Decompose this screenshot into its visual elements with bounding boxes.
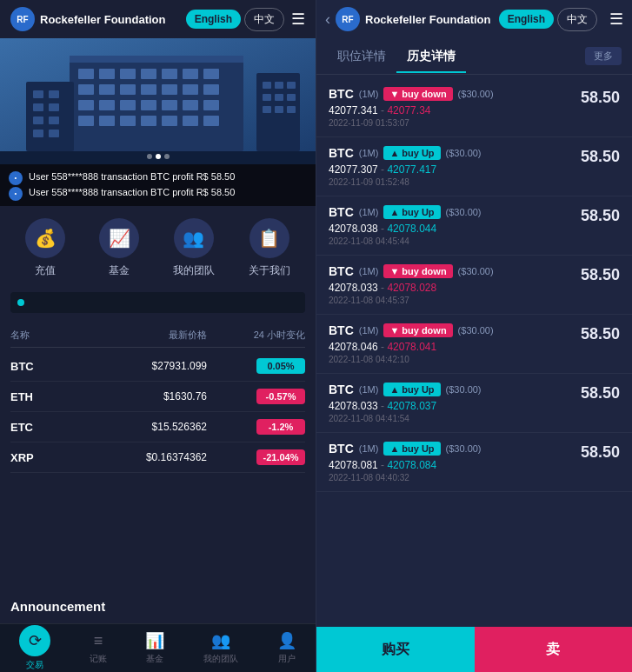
item4-timeframe: (1M): [359, 266, 379, 276]
left-chinese-btn[interactable]: 中文: [244, 8, 284, 31]
svg-rect-29: [183, 116, 198, 126]
table-row-btc[interactable]: BTC $27931.099 0.05%: [10, 351, 305, 382]
banner-section: [0, 287, 316, 318]
item7-datetime: 2022-11-08 04:40:32: [329, 473, 570, 482]
svg-rect-4: [99, 69, 115, 79]
history-item-7[interactable]: BTC (1M) ▲ buy Up ($30.00) 42078.081 - 4…: [316, 433, 632, 492]
history-item-3[interactable]: BTC (1M) ▲ buy Up ($30.00) 42078.038 - 4…: [316, 196, 632, 256]
nav-fund[interactable]: 📊 基金: [136, 628, 173, 669]
left-english-btn[interactable]: English: [186, 10, 241, 29]
right-chinese-btn[interactable]: 中文: [557, 8, 597, 31]
eth-name: ETH: [10, 390, 109, 403]
item1-timeframe: (1M): [359, 89, 379, 99]
item1-profit: 58.50: [581, 87, 620, 107]
history-item-3-top: BTC (1M) ▲ buy Up ($30.00): [329, 205, 570, 219]
history-item-4-left: BTC (1M) ▼ buy down ($30.00) 42078.033 -…: [329, 264, 570, 305]
item4-datetime: 2022-11-08 04:45:37: [329, 296, 570, 305]
svg-rect-36: [33, 116, 43, 124]
banner-bar: [10, 292, 305, 313]
svg-rect-37: [49, 116, 59, 124]
more-button[interactable]: 更多: [585, 47, 622, 65]
item6-price-end: 42078.037: [387, 400, 436, 412]
nav-trade[interactable]: ⟳ 交易: [10, 622, 59, 672]
price-table: 名称 最新价格 24 小时变化 BTC $27931.099 0.05% ETH…: [0, 318, 316, 590]
ticker-line-2: • User 558****888 transaction BTC profit…: [9, 185, 307, 201]
table-row-etc[interactable]: ETC $15.526362 -1.2%: [10, 412, 305, 442]
table-row-eth[interactable]: ETH $1630.76 -0.57%: [10, 382, 305, 412]
team-icon: 👥: [174, 218, 214, 258]
action-about[interactable]: 📋 关于我们: [249, 218, 290, 278]
xrp-change: -21.04%: [256, 449, 305, 465]
action-team[interactable]: 👥 我的团队: [173, 218, 215, 278]
dot-1: [147, 154, 152, 159]
btc-name: BTC: [10, 360, 109, 373]
history-item-1[interactable]: BTC (1M) ▼ buy down ($30.00) 42077.341 -…: [316, 78, 632, 137]
tabs-row: 职位详情 历史详情 更多: [316, 38, 632, 75]
eth-change: -0.57%: [256, 389, 305, 404]
history-item-5-left: BTC (1M) ▼ buy down ($30.00) 42078.046 -…: [329, 323, 570, 364]
item2-price-end: 42077.417: [387, 163, 436, 176]
svg-rect-14: [162, 84, 177, 95]
item2-price-range: 42077.307 - 42077.417: [329, 163, 570, 176]
left-logo-icon: RF: [10, 7, 35, 31]
history-item-5[interactable]: BTC (1M) ▼ buy down ($30.00) 42078.046 -…: [316, 315, 632, 374]
svg-rect-27: [141, 116, 156, 126]
item1-amount: ($30.00): [458, 89, 494, 99]
svg-rect-6: [141, 69, 156, 79]
left-menu-icon[interactable]: ☰: [291, 10, 305, 29]
item5-price-range: 42078.046 - 42078.041: [329, 341, 570, 353]
nav-myteam[interactable]: 👥 我的团队: [195, 628, 247, 669]
svg-rect-28: [162, 116, 177, 126]
svg-rect-30: [203, 116, 219, 126]
buy-button[interactable]: 购买: [316, 627, 475, 672]
svg-rect-32: [33, 90, 43, 98]
history-item-6[interactable]: BTC (1M) ▲ buy Up ($30.00) 42078.033 - 4…: [316, 374, 632, 433]
item3-amount: ($30.00): [446, 207, 482, 217]
svg-rect-44: [263, 94, 271, 101]
item5-price-start: 42078.046: [329, 341, 378, 353]
action-recharge[interactable]: 💰 充值: [25, 218, 65, 278]
sell-button[interactable]: 卖: [475, 627, 633, 672]
history-item-2[interactable]: BTC (1M) ▲ buy Up ($30.00) 42077.307 - 4…: [316, 137, 632, 196]
item6-direction: ▲ buy Up: [383, 383, 440, 396]
left-top-nav: RF Rockefeller Foundation English 中文 ☰: [0, 0, 316, 38]
nav-user[interactable]: 👤 用户: [269, 628, 305, 669]
item7-direction: ▲ buy Up: [383, 442, 440, 456]
history-item-5-top: BTC (1M) ▼ buy down ($30.00): [329, 323, 570, 337]
right-english-btn[interactable]: English: [499, 10, 554, 29]
item7-amount: ($30.00): [446, 443, 482, 454]
item6-direction-icon: ▲: [389, 384, 399, 395]
svg-rect-19: [120, 100, 136, 110]
item7-price-range: 42078.081 - 42078.084: [329, 459, 570, 471]
svg-rect-39: [49, 130, 59, 137]
history-item-4[interactable]: BTC (1M) ▼ buy down ($30.00) 42078.033 -…: [316, 256, 632, 315]
svg-rect-22: [183, 100, 198, 110]
tab-position[interactable]: 职位详情: [327, 40, 396, 73]
svg-rect-5: [120, 69, 136, 79]
svg-rect-9: [203, 69, 219, 79]
item2-coin: BTC: [329, 146, 354, 160]
right-menu-icon[interactable]: ☰: [609, 10, 623, 29]
history-item-7-left: BTC (1M) ▲ buy Up ($30.00) 42078.081 - 4…: [329, 442, 570, 482]
item6-profit: 58.50: [581, 383, 620, 403]
item6-coin: BTC: [329, 383, 354, 396]
back-button[interactable]: ‹: [325, 10, 330, 29]
item3-coin: BTC: [329, 205, 354, 219]
left-panel: RF Rockefeller Foundation English 中文 ☰: [0, 0, 316, 672]
header-name: 名称: [10, 329, 109, 342]
svg-rect-15: [183, 84, 198, 95]
xrp-price: $0.16374362: [109, 451, 207, 463]
header-change: 24 小时变化: [207, 329, 305, 342]
item4-coin: BTC: [329, 264, 354, 278]
item3-price-range: 42078.038 - 42078.044: [329, 223, 570, 235]
tab-history[interactable]: 历史详情: [396, 40, 466, 73]
banner-dot: [17, 299, 24, 306]
table-row-xrp[interactable]: XRP $0.16374362 -21.04%: [10, 442, 305, 473]
nav-accounting[interactable]: ≡ 记账: [81, 629, 116, 669]
history-item-6-top: BTC (1M) ▲ buy Up ($30.00): [329, 383, 570, 396]
svg-rect-34: [33, 103, 43, 111]
left-lang-buttons: English 中文: [186, 8, 284, 31]
item3-direction-icon: ▲: [389, 207, 399, 217]
action-fund[interactable]: 📈 基金: [99, 218, 139, 278]
svg-rect-42: [275, 82, 283, 89]
